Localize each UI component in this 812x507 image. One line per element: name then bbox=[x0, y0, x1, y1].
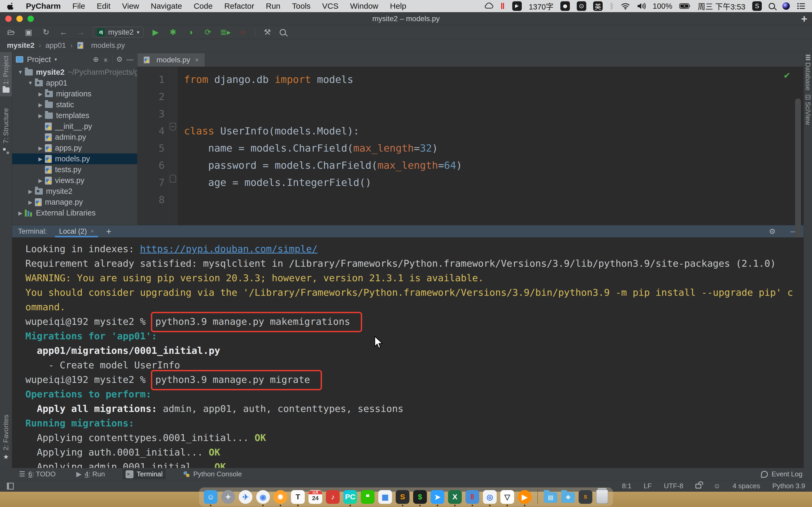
bluetooth-icon[interactable]: ᛒ bbox=[610, 2, 614, 11]
run-profiler-button[interactable]: ≣▸ bbox=[220, 27, 231, 37]
dock-icon-safari[interactable]: ✈ bbox=[239, 490, 252, 504]
line-number[interactable]: 6 bbox=[138, 157, 165, 174]
dock-icon-sunlogin[interactable]: ◎ bbox=[483, 490, 497, 504]
tree-item-views-py[interactable]: ▶views.py bbox=[12, 175, 137, 186]
breadcrumb-mysite2[interactable]: mysite2 bbox=[7, 41, 34, 50]
line-number[interactable]: 1 bbox=[138, 71, 165, 88]
recording-pause-icon[interactable]: ‖ bbox=[500, 1, 505, 11]
control-center-list-icon[interactable] bbox=[797, 3, 805, 9]
tree-item-admin-py[interactable]: admin.py bbox=[12, 132, 137, 143]
breadcrumb-app01[interactable]: app01 bbox=[45, 41, 66, 50]
tree-item-external-libraries[interactable]: ▶External Libraries bbox=[12, 208, 137, 218]
tab-models-py[interactable]: models.py × bbox=[138, 53, 205, 66]
rail-structure-button[interactable]: 7: Structure bbox=[0, 104, 12, 158]
menu-help[interactable]: Help bbox=[390, 2, 406, 11]
dock-icon-tie-app[interactable]: ▽ bbox=[500, 490, 514, 504]
dock-icon-sublime-text[interactable]: S bbox=[396, 490, 409, 504]
dock-icon-finder[interactable]: ☺ bbox=[204, 490, 217, 504]
close-tab-icon[interactable]: × bbox=[195, 56, 199, 64]
menu-window[interactable]: Window bbox=[350, 2, 378, 11]
dock-icon-wechat[interactable]: ❝ bbox=[361, 490, 374, 504]
code-line-6[interactable]: password = models.CharField(max_length=6… bbox=[184, 157, 462, 174]
rail-sciview-button[interactable]: SciView bbox=[804, 91, 812, 125]
dock-trash[interactable] bbox=[596, 490, 608, 504]
fold-end-marker[interactable] bbox=[170, 175, 176, 182]
hector-inspector-icon[interactable]: ☺ bbox=[713, 482, 720, 490]
tree-item-migrations[interactable]: ▶migrations bbox=[12, 89, 137, 99]
run-configuration-select[interactable]: dj mysite2 ▾ bbox=[93, 27, 144, 38]
line-number[interactable]: 2 bbox=[138, 88, 165, 105]
tree-expand-arrow[interactable]: ▼ bbox=[16, 69, 25, 75]
python-interpreter[interactable]: Python 3.9 bbox=[772, 482, 805, 490]
event-log-button[interactable]: Event Log bbox=[761, 470, 812, 478]
menu-vcs[interactable]: VCS bbox=[322, 2, 339, 11]
rail-database-button[interactable]: Database bbox=[804, 52, 812, 91]
dock-icon-keynote[interactable]: ▦ bbox=[378, 490, 392, 504]
indent-setting[interactable]: 4 spaces bbox=[733, 482, 760, 490]
line-separator[interactable]: LF bbox=[644, 482, 652, 490]
mic-dictation-icon[interactable]: ⊙ bbox=[577, 1, 586, 11]
line-number[interactable]: 7 bbox=[138, 174, 165, 191]
line-number[interactable]: 4 bbox=[138, 122, 165, 140]
volume-icon[interactable] bbox=[637, 3, 646, 9]
menubar-clock[interactable]: 周三 下午3:53 bbox=[698, 1, 746, 12]
open-folder-icon[interactable]: 🗁 bbox=[6, 28, 16, 37]
rail-favorites-button[interactable]: 2: Favorites ★ bbox=[0, 411, 12, 464]
input-language-badge[interactable]: 英 bbox=[593, 1, 603, 11]
terminal-settings-gear-icon[interactable]: ⚙ bbox=[769, 227, 775, 236]
dock-icon-netease-music[interactable]: ♪ bbox=[326, 490, 340, 504]
dock-icon-chrome[interactable]: ◉ bbox=[256, 490, 270, 504]
tree-expand-arrow[interactable]: ▶ bbox=[36, 91, 45, 97]
tree-expand-arrow[interactable]: ▼ bbox=[26, 80, 35, 86]
toolwindow-run[interactable]: ▶ 4: Run bbox=[73, 469, 108, 479]
code-line-3[interactable] bbox=[184, 105, 462, 122]
s-app-badge[interactable]: S bbox=[752, 1, 762, 11]
line-number[interactable]: 8 bbox=[138, 191, 165, 208]
tree-expand-arrow[interactable]: ▶ bbox=[36, 112, 45, 119]
toolwindow-python-console[interactable]: Python Console bbox=[180, 469, 245, 479]
debug-button[interactable]: ✱ bbox=[168, 27, 179, 37]
terminal-link[interactable]: https://pypi.douban.com/simple/ bbox=[140, 243, 317, 254]
tree-item-models-py[interactable]: ▶models.py bbox=[12, 154, 137, 164]
dock-icon-orange-tv[interactable]: ▶ bbox=[518, 490, 531, 504]
word-count[interactable]: 1370字 bbox=[529, 1, 554, 12]
fold-start-marker[interactable]: − bbox=[170, 123, 176, 131]
project-view-selector[interactable]: Project bbox=[27, 55, 51, 64]
search-everywhere-icon[interactable] bbox=[280, 29, 286, 36]
tree-item-app01[interactable]: ▼app01 bbox=[12, 78, 137, 89]
cloud-sync-icon[interactable] bbox=[484, 2, 494, 10]
titlebar-plus-icon[interactable]: + bbox=[801, 13, 807, 24]
dock-icon-excel[interactable]: X bbox=[448, 490, 462, 504]
toolwindow-terminal[interactable]: >_ Terminal bbox=[122, 469, 166, 479]
siri-icon[interactable] bbox=[782, 2, 790, 10]
rail-project-button[interactable]: 1: Project bbox=[0, 52, 12, 96]
dock-icon-terminal-app[interactable]: $ bbox=[413, 490, 427, 504]
dock-icon-launchpad[interactable]: ✦ bbox=[221, 490, 235, 504]
line-number[interactable]: 5 bbox=[138, 140, 165, 157]
dock-icon-calendar[interactable]: 11月24 bbox=[308, 490, 322, 504]
menu-navigate[interactable]: Navigate bbox=[151, 2, 182, 11]
back-arrow-icon[interactable]: ← bbox=[58, 28, 69, 37]
new-terminal-session-icon[interactable]: + bbox=[106, 226, 111, 237]
collapse-all-icon[interactable]: ⌅ bbox=[103, 55, 109, 64]
tree-expand-arrow[interactable]: ▶ bbox=[36, 102, 45, 108]
tree-expand-arrow[interactable]: ▶ bbox=[36, 156, 45, 162]
code-line-8[interactable] bbox=[184, 191, 462, 208]
close-terminal-tab-icon[interactable]: × bbox=[91, 228, 94, 235]
tree-expand-arrow[interactable]: ▶ bbox=[16, 210, 25, 216]
locate-file-icon[interactable]: ⊕ bbox=[93, 55, 99, 64]
tree-expand-arrow[interactable]: ▶ bbox=[36, 145, 45, 151]
dock-minimized-sublime-window[interactable]: S bbox=[578, 490, 592, 504]
tree-item--init-py[interactable]: __init__.py bbox=[12, 121, 137, 132]
dock-icon-parallels-windows[interactable]: ‖ bbox=[465, 490, 479, 504]
dock-icon-firefox[interactable]: ✹ bbox=[273, 490, 287, 504]
sync-refresh-icon[interactable]: ↻ bbox=[41, 27, 51, 37]
spotlight-search-icon[interactable] bbox=[769, 3, 775, 9]
terminal-output[interactable]: Looking in indexes: https://pypi.douban.… bbox=[12, 237, 804, 480]
project-view-caret[interactable]: ▾ bbox=[54, 57, 57, 62]
battery-icon[interactable] bbox=[679, 3, 691, 9]
menu-tools[interactable]: Tools bbox=[292, 2, 311, 11]
menu-refactor[interactable]: Refactor bbox=[224, 2, 254, 11]
window-titlebar[interactable]: mysite2 – models.py + bbox=[0, 12, 812, 25]
menu-edit[interactable]: Edit bbox=[97, 2, 110, 11]
